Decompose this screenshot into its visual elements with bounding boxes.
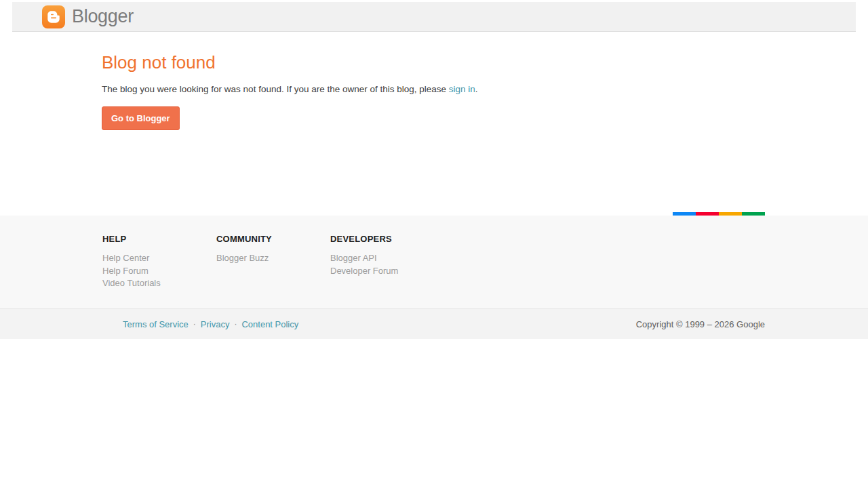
footer-column-heading: HELP — [102, 234, 216, 244]
sign-in-link[interactable]: sign in — [449, 84, 475, 94]
stripe-green-segment — [742, 212, 765, 216]
help-center-link[interactable]: Help Center — [102, 252, 216, 265]
footer: HELP Help Center Help Forum Video Tutori… — [0, 216, 868, 339]
dot-separator: · — [234, 319, 237, 329]
blogger-home-link[interactable]: Blogger — [42, 5, 134, 28]
privacy-link[interactable]: Privacy — [201, 319, 230, 329]
content-policy-link[interactable]: Content Policy — [241, 319, 298, 329]
stripe-yellow-segment — [719, 212, 742, 216]
page-title: Blog not found — [102, 52, 868, 73]
footer-column-help: HELP Help Center Help Forum Video Tutori… — [102, 234, 216, 308]
policy-links: Terms of Service · Privacy · Content Pol… — [123, 319, 298, 329]
blogger-buzz-link[interactable]: Blogger Buzz — [216, 252, 330, 265]
terms-of-service-link[interactable]: Terms of Service — [123, 319, 189, 329]
stripe-red-segment — [696, 212, 719, 216]
top-bar: Blogger — [12, 2, 856, 32]
blogger-logo-icon — [42, 5, 65, 28]
developer-forum-link[interactable]: Developer Forum — [330, 265, 444, 278]
footer-column-heading: COMMUNITY — [216, 234, 330, 244]
error-message-text: The blog you were looking for was not fo… — [102, 84, 449, 94]
footer-column-developers: DEVELOPERS Blogger API Developer Forum — [330, 234, 444, 308]
video-tutorials-link[interactable]: Video Tutorials — [102, 277, 216, 290]
copyright-notice: Copyright © 1999 – 2026 Google — [636, 319, 765, 329]
help-forum-link[interactable]: Help Forum — [102, 265, 216, 278]
footer-column-community: COMMUNITY Blogger Buzz — [216, 234, 330, 308]
blogger-api-link[interactable]: Blogger API — [330, 252, 444, 265]
go-to-blogger-button[interactable]: Go to Blogger — [102, 106, 180, 130]
brand-wordmark: Blogger — [72, 6, 134, 27]
error-message: The blog you were looking for was not fo… — [102, 83, 868, 95]
footer-links-section: HELP Help Center Help Forum Video Tutori… — [0, 216, 868, 308]
error-message-period: . — [475, 84, 478, 94]
google-color-stripe — [673, 212, 765, 216]
stripe-blue-segment — [673, 212, 696, 216]
footer-bottom-bar: Terms of Service · Privacy · Content Pol… — [0, 308, 868, 339]
blogger-error-page: Blogger Blog not found The blog you were… — [0, 0, 868, 488]
footer-column-heading: DEVELOPERS — [330, 234, 444, 244]
main-content: Blog not found The blog you were looking… — [0, 52, 868, 130]
dot-separator: · — [193, 319, 196, 329]
